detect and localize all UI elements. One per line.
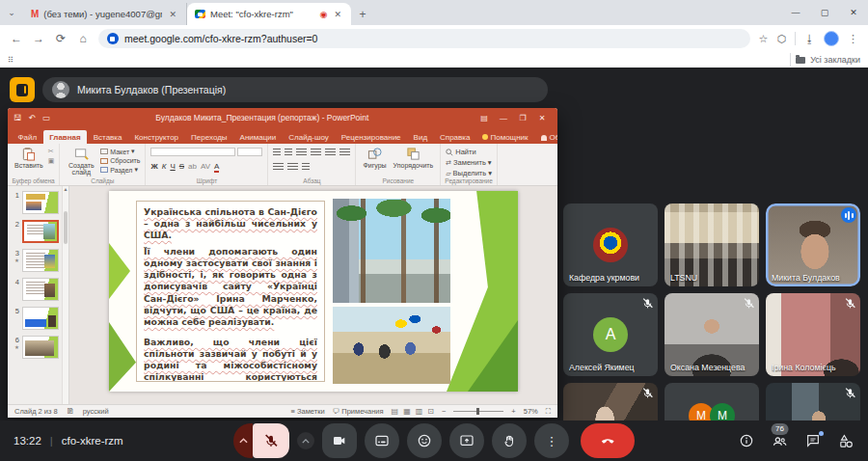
present-button[interactable]	[449, 423, 484, 458]
tab-design[interactable]: Конструктор	[128, 130, 185, 144]
participant-tile[interactable]: Оксана Мезенцева	[665, 293, 759, 376]
participant-tile[interactable]: Ірина Коломієць	[766, 293, 860, 376]
cut-icon[interactable]: ✂	[48, 148, 55, 155]
slide-thumbnail-selected[interactable]	[22, 220, 59, 243]
participant-tile[interactable]: A Алексей Якимец	[563, 293, 658, 376]
tab-view[interactable]: Вид	[407, 130, 433, 144]
tab-transitions[interactable]: Переходы	[185, 130, 234, 144]
text-direction-icon[interactable]	[302, 163, 310, 171]
align-left-icon[interactable]	[296, 149, 307, 156]
slide-thumbnail[interactable]	[22, 336, 59, 359]
tab-insert[interactable]: Вставка	[87, 130, 128, 144]
zoom-slider[interactable]	[453, 411, 503, 412]
underline-button[interactable]: Ч	[170, 162, 175, 171]
section-button[interactable]: Раздел ▾	[100, 166, 140, 174]
slide-thumbnail[interactable]	[22, 249, 59, 272]
new-slide-button[interactable]: Создать слайд	[65, 146, 97, 176]
more-options-button[interactable]: ⋮	[534, 423, 569, 458]
find-button[interactable]: Найти	[446, 148, 492, 156]
slideshow-view-icon[interactable]: ⊡	[427, 407, 434, 416]
camera-toggle-button[interactable]	[322, 423, 357, 458]
mic-options-chevron[interactable]	[233, 423, 253, 458]
tab-assistant[interactable]: Помощник	[476, 130, 534, 144]
bookmark-star-icon[interactable]: ☆	[759, 33, 769, 45]
meeting-details-button[interactable]	[739, 433, 754, 448]
columns-icon[interactable]	[287, 163, 298, 171]
strikethrough-button[interactable]: S	[179, 162, 184, 171]
align-center-icon[interactable]	[311, 149, 321, 156]
slide-text-box[interactable]: Українська спільнота в Сан-Дієго – одна …	[136, 201, 325, 382]
tab-help[interactable]: Справка	[434, 130, 476, 144]
font-name-select[interactable]	[150, 148, 235, 156]
slide-thumbnail-row[interactable]: 3★	[11, 249, 68, 272]
fit-window-icon[interactable]: ⛶	[546, 407, 551, 417]
camera-options-chevron[interactable]	[297, 432, 314, 449]
captions-button[interactable]	[365, 423, 399, 458]
text-shadow-button[interactable]: ab	[188, 162, 197, 171]
forward-icon[interactable]: →	[32, 32, 45, 45]
slide-thumbnail-row[interactable]: 4	[11, 278, 68, 301]
photo-san-diego-palms[interactable]	[333, 199, 450, 303]
mic-toggle-button-muted[interactable]	[253, 423, 289, 458]
paste-button[interactable]: Вставить	[13, 146, 45, 170]
participant-tile-speaking[interactable]: Микита Булдаков	[766, 203, 860, 286]
participant-tile[interactable]: Кафедра укрмови	[563, 203, 658, 286]
slide-thumbnail[interactable]	[22, 307, 59, 330]
end-call-button[interactable]	[581, 423, 635, 458]
tab-search-icon[interactable]: ⌄	[0, 0, 23, 25]
tab-review[interactable]: Рецензирование	[335, 130, 407, 144]
all-bookmarks[interactable]: Усі закладки	[790, 53, 860, 67]
reading-view-icon[interactable]: ▥	[416, 407, 423, 416]
font-color-button[interactable]: А	[214, 162, 219, 173]
bold-button[interactable]: Ж	[150, 162, 157, 171]
browser-menu-icon[interactable]: ⋮	[848, 33, 858, 45]
slide-thumbnail-row[interactable]: 6★	[11, 336, 68, 359]
replace-button[interactable]: ⇄ Заменить ▾	[446, 158, 492, 167]
font-size-select[interactable]	[237, 148, 262, 156]
new-tab-button[interactable]: +	[351, 3, 374, 25]
share-button[interactable]: Общий доступ	[534, 130, 557, 144]
slide-thumbnail-row[interactable]: 2	[11, 220, 68, 243]
minimize-icon[interactable]: —	[494, 114, 513, 122]
undo-icon[interactable]: ↶	[29, 113, 36, 122]
extensions-icon[interactable]: ⬡	[776, 33, 786, 45]
download-icon[interactable]: ⭳	[804, 33, 815, 44]
normal-view-icon[interactable]: ▤	[392, 407, 399, 416]
home-icon[interactable]: ⌂	[76, 32, 90, 45]
slide-thumbnail[interactable]	[22, 278, 59, 301]
activities-button[interactable]	[838, 433, 854, 449]
slide-canvas[interactable]: Українська спільнота в Сан-Дієго – одна …	[69, 186, 557, 404]
copy-icon[interactable]: ▣	[48, 157, 55, 165]
shapes-button[interactable]: Фигуры	[361, 146, 388, 170]
presenter-banner[interactable]: Микита Булдаков (Презентація)	[42, 77, 548, 102]
slide[interactable]: Українська спільнота в Сан-Дієго – одна …	[109, 191, 518, 392]
layout-button[interactable]: Макет ▾	[100, 148, 140, 155]
close-icon[interactable]: ✕	[332, 10, 343, 19]
close-icon[interactable]: ✕	[167, 10, 178, 19]
tab-slideshow[interactable]: Слайд-шоу	[283, 130, 335, 144]
reload-icon[interactable]: ⟳	[54, 32, 68, 45]
sorter-view-icon[interactable]: ▦	[403, 407, 411, 416]
close-icon[interactable]: ✕	[839, 0, 868, 25]
numbering-icon[interactable]	[285, 149, 292, 156]
reactions-button[interactable]	[407, 423, 442, 458]
arrange-button[interactable]: Упорядочить	[392, 146, 436, 170]
char-spacing-button[interactable]: AV	[201, 162, 210, 171]
justify-icon[interactable]	[339, 149, 350, 156]
browser-tab-meet[interactable]: Meet: "cfo-xkre-rzm" ◉ ✕	[187, 3, 351, 25]
slide-thumbnail-row[interactable]: 1	[11, 191, 68, 214]
back-icon[interactable]: ←	[10, 32, 23, 45]
participants-button[interactable]: 76	[772, 433, 788, 449]
tab-home[interactable]: Главная	[43, 130, 88, 144]
comments-button[interactable]: 🗩 Примечания	[333, 407, 384, 416]
bullets-icon[interactable]	[273, 149, 281, 156]
profile-avatar[interactable]	[824, 31, 839, 46]
apps-grid-icon[interactable]: ⠿	[8, 56, 13, 65]
zoom-in-icon[interactable]: +	[511, 407, 515, 416]
language-label[interactable]: русский	[83, 407, 109, 416]
select-button[interactable]: ▱ Выделить ▾	[446, 169, 492, 177]
zoom-out-icon[interactable]: −	[442, 407, 446, 416]
maximize-icon[interactable]: ▢	[810, 0, 839, 25]
align-right-icon[interactable]	[325, 149, 336, 156]
notes-button[interactable]: ≡ Заметки	[291, 407, 325, 416]
